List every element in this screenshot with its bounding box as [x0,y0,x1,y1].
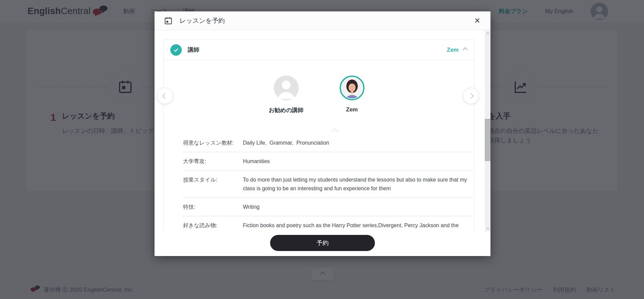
detail-label: 得意なレッスン教材: [183,139,243,147]
check-circle-icon [170,44,182,56]
detail-value: Daily Life, Grammar, Pronunciation [243,139,473,147]
close-icon[interactable]: ✕ [474,17,480,24]
teacher-carousel: お勧めの講師 [164,60,474,132]
detail-value: Writing [243,203,473,211]
carousel-next-button[interactable] [463,88,479,104]
detail-label: 好きな読み物: [183,221,243,232]
detail-row-teaching-style: 授業スタイル: To do more than just letting my … [183,171,473,198]
recommended-teacher-label: お勧めの講師 [269,106,303,114]
page: EnglishCentral 動画 コース 講師 料金プラン My Englis… [0,0,644,299]
detail-value: Fiction books and poetry such as the Har… [243,221,473,232]
modal-footer: 予約 [155,232,490,256]
detail-row-specialty: 特技: Writing [183,198,473,216]
chevron-left-icon [162,93,168,99]
book-lesson-modal: レッスンを予約 ✕ 講師 Zem [155,11,490,256]
detail-label: 授業スタイル: [183,176,243,193]
modal-title: レッスンを予約 [179,16,225,25]
modal-header: レッスンを予約 ✕ [155,11,490,30]
detail-value: To do more than just letting my students… [243,176,473,193]
book-button[interactable]: 予約 [270,235,375,251]
calendar-icon [164,16,173,25]
teacher-zem-avatar [340,76,364,100]
carousel-items: お勧めの講師 [164,76,474,114]
chevron-right-icon [468,93,474,99]
scrollbar-down-arrow[interactable] [485,225,490,231]
detail-value: Humanities [243,157,473,166]
teacher-section-label: 講師 [188,46,199,54]
teacher-zem-label: Zem [346,106,358,113]
detail-row-major: 大学専攻: Humanities [183,152,473,171]
scrollbar-thumb[interactable] [485,119,490,161]
chevron-up-icon [463,47,468,53]
modal-scrollbar[interactable] [485,30,490,232]
scrollbar-up-arrow[interactable] [485,31,490,37]
teacher-accordion: 講師 Zem [163,40,475,232]
recommended-teacher-avatar [274,76,299,100]
carousel-prev-button[interactable] [157,88,173,104]
chevron-down-icon [486,227,489,229]
carousel-item-zem[interactable]: Zem [331,76,374,114]
chevron-up-icon [486,33,489,35]
teacher-details-list: 得意なレッスン教材: Daily Life, Grammar, Pronunci… [164,132,474,232]
detail-row-materials: 得意なレッスン教材: Daily Life, Grammar, Pronunci… [183,134,473,152]
modal-body: 講師 Zem [155,30,490,232]
detail-row-favorite-reading: 好きな読み物: Fiction books and poetry such as… [183,216,473,232]
detail-label: 特技: [183,203,243,211]
detail-label: 大学専攻: [183,157,243,166]
teacher-accordion-header[interactable]: 講師 Zem [164,40,474,60]
carousel-item-recommended[interactable]: お勧めの講師 [265,76,308,114]
selected-teacher-name: Zem [447,47,459,53]
